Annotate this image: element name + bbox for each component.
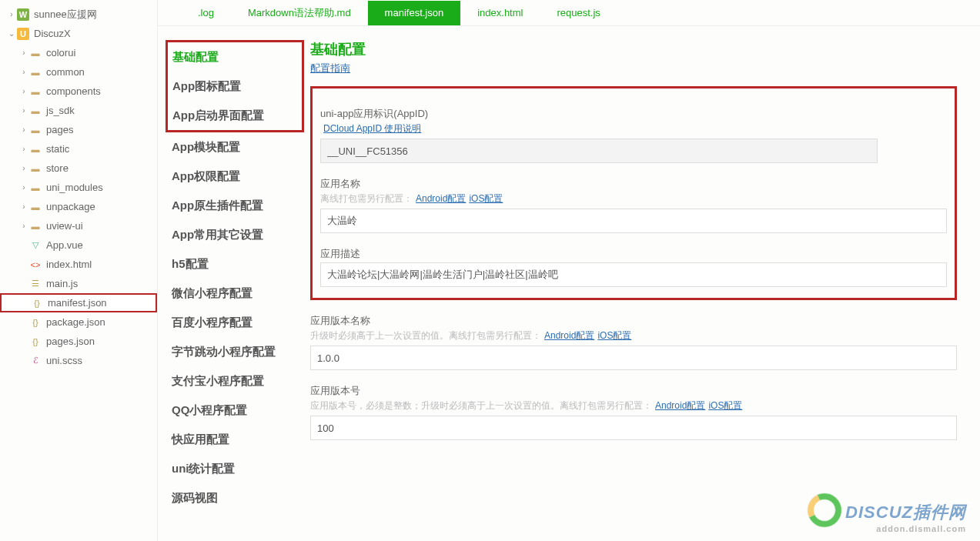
tree-file[interactable]: <> index.html <box>0 255 157 274</box>
tree-label: store <box>46 162 69 174</box>
appdesc-input[interactable] <box>320 262 947 287</box>
settings-nav-item[interactable]: h5配置 <box>172 249 304 279</box>
settings-nav-item[interactable]: App图标配置 <box>172 72 302 101</box>
tree-folder[interactable]: › ▬ static <box>0 139 157 159</box>
js-file-icon: ☰ <box>29 278 42 290</box>
tree-label: colorui <box>46 47 75 58</box>
ios-config-link[interactable]: iOS配置 <box>708 400 742 411</box>
tree-label: App.vue <box>46 239 83 251</box>
version-name-label: 应用版本名称 <box>310 314 957 328</box>
appdesc-label: 应用描述 <box>320 247 947 261</box>
tree-label: js_sdk <box>46 105 75 116</box>
json-file-icon: {} <box>29 336 42 348</box>
chevron-right-icon: › <box>18 183 29 192</box>
version-name-input[interactable] <box>310 346 957 370</box>
tree-folder[interactable]: › ▬ pages <box>0 120 157 139</box>
chevron-right-icon: › <box>18 202 29 211</box>
tree-label: package.json <box>46 316 105 328</box>
vue-file-icon: ▽ <box>29 239 42 252</box>
editor-tab[interactable]: .log <box>181 1 231 25</box>
html-file-icon: <> <box>29 259 42 271</box>
tree-folder[interactable]: › ▬ uni_modules <box>0 178 157 197</box>
folder-icon: ▬ <box>29 124 42 136</box>
tree-file[interactable]: ℰ uni.scss <box>0 351 157 370</box>
tree-label: main.js <box>46 278 78 289</box>
settings-nav-item[interactable]: 基础配置 <box>172 42 302 72</box>
settings-nav: 基础配置App图标配置App启动界面配置 App模块配置App权限配置App原生… <box>158 26 304 541</box>
folder-icon: ▬ <box>29 105 42 117</box>
folder-icon: ▬ <box>29 143 42 155</box>
settings-nav-item[interactable]: 源码视图 <box>172 483 304 513</box>
settings-nav-item[interactable]: 字节跳动小程序配置 <box>172 337 304 366</box>
chevron-right-icon: › <box>18 106 29 115</box>
tree-label: pages <box>46 124 73 135</box>
editor-tab[interactable]: request.js <box>540 1 617 25</box>
tree-folder[interactable]: › ▬ js_sdk <box>0 101 157 120</box>
settings-nav-item[interactable]: App模块配置 <box>172 132 304 162</box>
settings-nav-item[interactable]: App常用其它设置 <box>172 220 304 249</box>
android-config-link[interactable]: Android配置 <box>544 330 594 341</box>
android-config-link[interactable]: Android配置 <box>416 193 466 204</box>
chevron-right-icon: › <box>18 125 29 134</box>
tree-file[interactable]: ▽ App.vue <box>0 235 157 255</box>
settings-nav-item[interactable]: 支付宝小程序配置 <box>172 366 304 396</box>
tree-project-sunnee[interactable]: › W sunnee应援网 <box>0 5 157 24</box>
chevron-right-icon: › <box>18 87 29 95</box>
file-explorer[interactable]: › W sunnee应援网 ⌄ U DiscuzX › ▬ colorui › … <box>0 0 158 541</box>
tree-file[interactable]: {} pages.json <box>0 332 157 351</box>
settings-nav-item[interactable]: App原生插件配置 <box>172 191 304 220</box>
settings-nav-item[interactable]: uni统计配置 <box>172 454 304 483</box>
folder-icon: ▬ <box>29 182 42 194</box>
json-file-icon: {} <box>29 316 42 329</box>
tree-label: manifest.json <box>48 297 107 309</box>
folder-icon: ▬ <box>29 66 42 78</box>
editor-tab[interactable]: Markdown语法帮助.md <box>231 1 368 25</box>
settings-nav-item[interactable]: App启动界面配置 <box>172 101 302 130</box>
appname-label: 应用名称 <box>320 177 947 191</box>
settings-nav-item[interactable]: QQ小程序配置 <box>172 396 304 425</box>
tree-label: uni_modules <box>46 182 103 193</box>
config-guide-link[interactable]: 配置指南 <box>310 62 350 74</box>
chevron-right-icon: › <box>18 164 29 172</box>
folder-icon: ▬ <box>29 162 42 175</box>
chevron-right-icon: › <box>6 10 17 18</box>
settings-nav-item[interactable]: 微信小程序配置 <box>172 279 304 308</box>
ios-config-link[interactable]: iOS配置 <box>469 193 503 204</box>
editor-tab[interactable]: manifest.json <box>368 1 461 25</box>
tree-project-discuzx[interactable]: ⌄ U DiscuzX <box>0 24 157 43</box>
settings-nav-item[interactable]: 百度小程序配置 <box>172 308 304 337</box>
tree-folder[interactable]: › ▬ common <box>0 62 157 82</box>
tree-label: uview-ui <box>46 220 83 232</box>
appid-input[interactable] <box>320 139 878 163</box>
tree-label: components <box>46 85 101 97</box>
tree-folder[interactable]: › ▬ uview-ui <box>0 216 157 235</box>
highlighted-section: uni-app应用标识(AppID) DCloud AppID 使用说明 重新获… <box>310 86 957 300</box>
appname-input[interactable] <box>320 209 947 233</box>
tree-file[interactable]: {} package.json <box>0 312 157 332</box>
tree-label: static <box>46 143 69 155</box>
editor-tab[interactable]: index.html <box>460 1 540 25</box>
tree-folder[interactable]: › ▬ unpackage <box>0 197 157 216</box>
chevron-right-icon: › <box>18 145 29 153</box>
tree-folder[interactable]: › ▬ colorui <box>0 43 157 62</box>
chevron-right-icon: › <box>18 68 29 76</box>
tree-file[interactable]: {} manifest.json <box>0 293 157 312</box>
tree-label: pages.json <box>46 336 95 347</box>
appid-help-link[interactable]: DCloud AppID 使用说明 <box>323 123 421 134</box>
folder-icon: ▬ <box>29 85 42 98</box>
version-code-input[interactable] <box>310 416 957 440</box>
settings-nav-item[interactable]: App权限配置 <box>172 162 304 191</box>
ios-config-link[interactable]: iOS配置 <box>597 330 631 341</box>
tree-folder[interactable]: › ▬ components <box>0 82 157 101</box>
settings-nav-item[interactable]: 快应用配置 <box>172 425 304 454</box>
tree-label: unpackage <box>46 201 95 212</box>
tree-label: index.html <box>46 259 92 270</box>
tree-file[interactable]: ☰ main.js <box>0 274 157 293</box>
appid-label: uni-app应用标识(AppID) <box>320 107 947 121</box>
android-config-link[interactable]: Android配置 <box>655 400 705 411</box>
tree-folder[interactable]: › ▬ store <box>0 159 157 178</box>
project-icon: U <box>17 28 29 40</box>
form-panel: 基础配置 配置指南 uni-app应用标识(AppID) DCloud AppI… <box>304 26 980 541</box>
chevron-down-icon: ⌄ <box>6 29 17 38</box>
version-code-label: 应用版本号 <box>310 384 957 398</box>
